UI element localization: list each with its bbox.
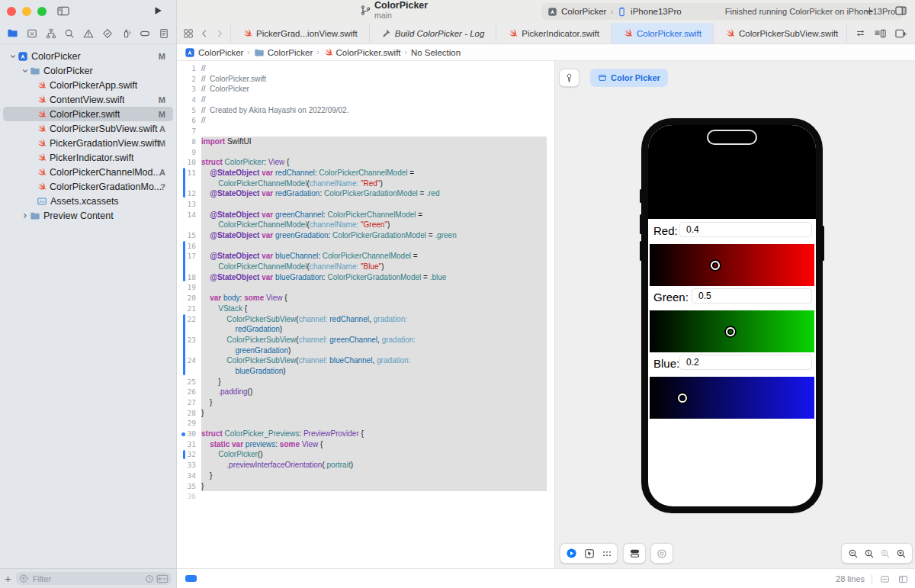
sidebar-item-colorpickergradationmo-[interactable]: ColorPickerGradationMo...?	[3, 179, 173, 194]
code-line[interactable]	[201, 241, 547, 252]
cursor-box-icon[interactable]	[584, 548, 595, 559]
code-line[interactable]: ColorPickerSubView(channel: greenChannel…	[201, 335, 547, 345]
code-line[interactable]: @StateObject var redGradation: ColorPick…	[201, 188, 547, 199]
add-file-icon[interactable]: +	[5, 573, 11, 584]
gradient-bar[interactable]	[650, 310, 814, 352]
code-line[interactable]: //	[201, 95, 547, 105]
code-line[interactable]: }	[201, 397, 547, 408]
code-line[interactable]: ColorPickerSubView(channel: redChannel, …	[201, 314, 547, 325]
code-line[interactable]: @StateObject var redChannel: ColorPicker…	[201, 168, 547, 178]
code-line[interactable]: }	[201, 471, 547, 481]
breakpoint-indicator[interactable]	[185, 575, 197, 582]
navigator-source-control-icon[interactable]	[27, 28, 37, 39]
run-button[interactable]	[152, 5, 163, 16]
code-line[interactable]: @StateObject var blueChannel: ColorPicke…	[201, 251, 547, 262]
picker-indicator[interactable]	[726, 327, 735, 336]
code-line[interactable]: // ColorPicker	[201, 84, 547, 95]
code-line[interactable]: @StateObject var blueGradation: ColorPic…	[201, 272, 547, 283]
gradient-bar[interactable]	[650, 377, 814, 419]
editor-options-icon[interactable]	[874, 28, 887, 39]
code-line[interactable]: ColorPicker()	[201, 449, 547, 460]
code-line[interactable]: //	[201, 115, 547, 126]
sidebar-item-colorpicker[interactable]: ColorPicker	[3, 63, 173, 78]
navigator-project-navigator-icon[interactable]	[7, 27, 18, 39]
inspector-toggle-icon[interactable]	[894, 5, 907, 16]
code-line[interactable]: ColorPickerChannelModel(channelName: "Re…	[201, 178, 547, 189]
code-line[interactable]: ColorPickerSubView(channel: blueChannel,…	[201, 355, 547, 366]
sidebar-item-preview-content[interactable]: Preview Content	[3, 208, 173, 223]
tab-build-colorpicker-log[interactable]: Build ColorPicker - Log	[370, 23, 497, 43]
add-editor-icon[interactable]	[894, 28, 907, 39]
sidebar-item-assets-xcassets[interactable]: Assets.xcassets	[3, 194, 173, 208]
navigator-debug-icon[interactable]	[121, 28, 132, 39]
code-line[interactable]	[201, 282, 547, 293]
pin-preview-button[interactable]	[559, 69, 580, 87]
navigator-symbols-icon[interactable]	[46, 28, 56, 39]
code-line[interactable]: @StateObject var greenChannel: ColorPick…	[201, 210, 547, 220]
navigator-find-icon[interactable]	[64, 28, 75, 39]
code-editor[interactable]: 1//2// ColorPicker.swift3// ColorPicker4…	[177, 61, 554, 568]
code-line[interactable]: .padding()	[201, 387, 547, 397]
project-block[interactable]: ColorPicker main	[360, 1, 428, 20]
add-tab-icon[interactable]	[865, 6, 875, 16]
breadcrumb-item[interactable]: ColorPicker	[254, 47, 313, 58]
code-line[interactable]: }	[201, 377, 547, 387]
code-line[interactable]: }	[201, 481, 547, 492]
channel-value-field[interactable]: 0.4	[679, 222, 812, 237]
scm-filter-icon[interactable]	[156, 574, 169, 583]
code-line[interactable]	[201, 147, 547, 158]
tab-pickergrad-ionview-swift[interactable]: PickerGrad...ionView.swift	[231, 23, 370, 43]
sidebar-item-pickergradationview-swift[interactable]: PickerGradationView.swiftM	[3, 136, 173, 150]
dots-grid-icon[interactable]	[602, 548, 612, 559]
chevron-down-icon[interactable]	[8, 53, 18, 60]
navigator-reports-icon[interactable]	[159, 28, 169, 39]
code-line[interactable]: struct ColorPicker: View {	[201, 157, 547, 168]
close-button[interactable]	[7, 7, 16, 16]
code-line[interactable]	[201, 126, 547, 137]
picker-indicator[interactable]	[711, 261, 720, 270]
zoom-fit-icon[interactable]	[880, 548, 891, 559]
picker-indicator[interactable]	[678, 394, 687, 403]
minimap-toggle-icon[interactable]	[879, 574, 891, 584]
device-settings-button[interactable]	[623, 543, 646, 564]
sidebar-item-contentview-swift[interactable]: ContentView.swiftM	[3, 92, 173, 107]
channel-value-field[interactable]: 0.2	[679, 355, 812, 370]
code-line[interactable]: static var previews: some View {	[201, 439, 547, 450]
sidebar-item-pickerindicator-swift[interactable]: PickerIndicator.swift	[3, 150, 173, 165]
preview-chip[interactable]: Color Picker	[590, 69, 668, 87]
code-line[interactable]: @StateObject var greenGradation: ColorPi…	[201, 230, 547, 241]
back-icon[interactable]	[200, 29, 209, 38]
related-items-icon[interactable]	[183, 28, 194, 39]
chevron-down-icon[interactable]	[20, 67, 30, 75]
breadcrumb-item[interactable]: No Selection	[411, 48, 461, 57]
recent-files-icon[interactable]	[145, 574, 154, 583]
zoom-button[interactable]	[37, 7, 47, 16]
preview-info-button[interactable]	[650, 543, 673, 564]
sidebar-item-colorpicker-swift[interactable]: ColorPicker.swiftM	[3, 107, 173, 121]
code-line[interactable]: // Created by Akira Hayashi on 2022/09/0…	[201, 105, 547, 116]
sidebar-item-colorpickerchannelmod-[interactable]: ColorPickerChannelMod...A	[3, 165, 173, 179]
sidebar-item-colorpicker[interactable]: ColorPickerM	[3, 49, 173, 63]
code-line[interactable]: import SwiftUI	[201, 137, 547, 147]
forward-icon[interactable]	[215, 29, 224, 38]
gradient-bar[interactable]	[650, 244, 814, 286]
sidebar-item-colorpickerapp-swift[interactable]: ColorPickerApp.swift	[3, 78, 173, 92]
code-line[interactable]: // ColorPicker.swift	[201, 74, 547, 85]
code-line[interactable]: var body: some View {	[201, 293, 547, 304]
code-line[interactable]	[201, 491, 547, 502]
breadcrumb-item[interactable]: ColorPicker.swift	[323, 47, 401, 57]
code-line[interactable]: blueGradation)	[201, 366, 547, 377]
navigator-breakpoints-icon[interactable]	[140, 28, 150, 39]
scheme-app-label[interactable]: ColorPicker	[561, 7, 606, 16]
code-line[interactable]: .previewInterfaceOrientation(.portrait)	[201, 460, 547, 471]
tab-colorpicker-swift[interactable]: ColorPicker.swift	[612, 23, 714, 43]
code-line[interactable]: redGradation)	[201, 324, 547, 335]
navigator-tests-icon[interactable]	[102, 28, 113, 39]
filter-field[interactable]	[16, 572, 172, 585]
code-line[interactable]	[201, 418, 547, 429]
code-review-icon[interactable]	[855, 28, 866, 38]
code-line[interactable]: struct ColorPicker_Previews: PreviewProv…	[201, 429, 547, 439]
code-line[interactable]	[201, 199, 547, 210]
filter-input[interactable]	[31, 574, 143, 584]
zoom-actual-icon[interactable]	[864, 548, 875, 559]
